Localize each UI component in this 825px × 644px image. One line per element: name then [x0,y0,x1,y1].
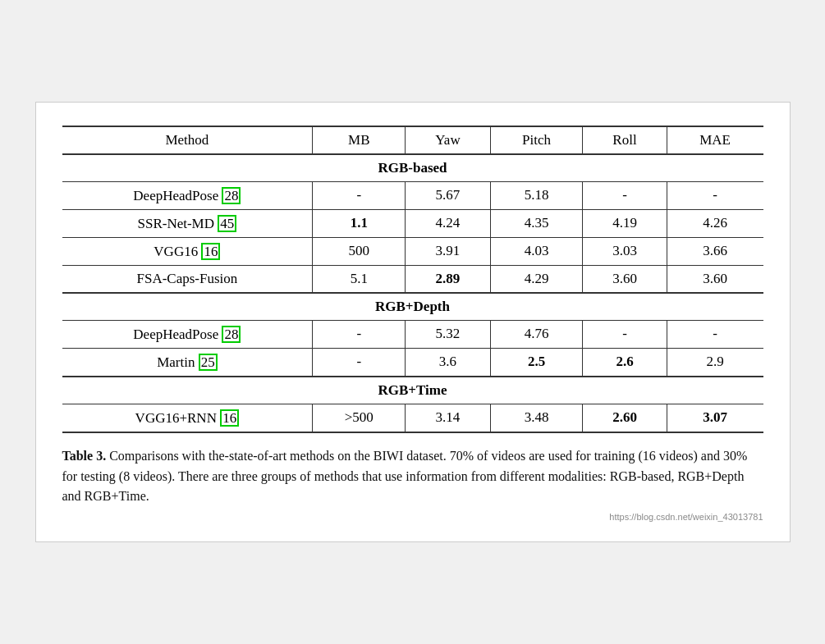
table-row: DeepHeadPose 28-5.675.18-- [62,181,763,209]
cell-yaw: 3.6 [406,348,491,377]
cell-mb: >500 [313,404,406,432]
cell-mae: 3.07 [667,404,763,432]
caption-label: Table 3. [62,449,107,463]
cell-method: SSR-Net-MD 45 [62,209,313,237]
cell-method: VGG16 16 [62,237,313,265]
main-card: Method MB Yaw Pitch Roll MAE RGB-basedDe… [35,102,791,542]
reference-box: 28 [222,326,241,343]
cell-pitch: 3.48 [490,404,583,432]
table-row: Martin 25-3.62.52.62.9 [62,348,763,377]
cell-yaw: 5.32 [406,320,491,348]
cell-yaw: 3.14 [406,404,491,432]
watermark: https://blog.csdn.net/weixin_43013781 [62,512,763,522]
col-method: Method [62,126,313,154]
cell-mb: - [313,181,406,209]
cell-roll: - [583,320,667,348]
cell-mae: 2.9 [667,348,763,377]
col-roll: Roll [583,126,667,154]
reference-box: 45 [218,215,236,232]
cell-roll: - [583,181,667,209]
cell-mae: 3.66 [667,237,763,265]
col-pitch: Pitch [490,126,583,154]
cell-pitch: 4.03 [490,237,583,265]
section-header-row: RGB+Time [62,377,763,404]
cell-roll: 3.60 [583,265,667,293]
cell-method: DeepHeadPose 28 [62,320,313,348]
cell-pitch: 2.5 [490,348,583,377]
cell-roll: 2.6 [583,348,667,377]
cell-method: DeepHeadPose 28 [62,181,313,209]
col-yaw: Yaw [406,126,491,154]
caption-text: Comparisons with the-state-of-art method… [62,449,748,504]
table-caption: Table 3. Comparisons with the-state-of-a… [62,446,763,507]
cell-mae: - [667,320,763,348]
cell-method: Martin 25 [62,348,313,377]
table-row: FSA-Caps-Fusion5.12.894.293.603.60 [62,265,763,293]
col-mae: MAE [667,126,763,154]
cell-yaw: 3.91 [406,237,491,265]
table-row: VGG16+RNN 16>5003.143.482.603.07 [62,404,763,432]
reference-box: 16 [220,409,239,427]
table-row: SSR-Net-MD 451.14.244.354.194.26 [62,209,763,237]
cell-mb: - [313,348,406,377]
cell-roll: 3.03 [583,237,667,265]
section-header-row: RGB-based [62,154,763,182]
cell-mae: 3.60 [667,265,763,293]
cell-pitch: 4.29 [490,265,583,293]
table-header-row: Method MB Yaw Pitch Roll MAE [62,126,763,154]
cell-roll: 4.19 [583,209,667,237]
reference-box: 28 [222,187,241,204]
reference-box: 16 [201,243,220,260]
cell-yaw: 4.24 [406,209,491,237]
cell-mb: 1.1 [313,209,406,237]
cell-mb: 500 [313,237,406,265]
cell-mb: - [313,320,406,348]
cell-mb: 5.1 [313,265,406,293]
reference-box: 25 [199,354,218,371]
cell-method: VGG16+RNN 16 [62,404,313,432]
comparison-table: Method MB Yaw Pitch Roll MAE RGB-basedDe… [62,126,763,433]
section-header-row: RGB+Depth [62,293,763,321]
cell-pitch: 4.35 [490,209,583,237]
cell-mae: 4.26 [667,209,763,237]
cell-roll: 2.60 [583,404,667,432]
cell-method: FSA-Caps-Fusion [62,265,313,293]
cell-pitch: 5.18 [490,181,583,209]
cell-pitch: 4.76 [490,320,583,348]
cell-mae: - [667,181,763,209]
cell-yaw: 5.67 [406,181,491,209]
table-row: DeepHeadPose 28-5.324.76-- [62,320,763,348]
col-mb: MB [313,126,406,154]
cell-yaw: 2.89 [406,265,491,293]
table-row: VGG16 165003.914.033.033.66 [62,237,763,265]
